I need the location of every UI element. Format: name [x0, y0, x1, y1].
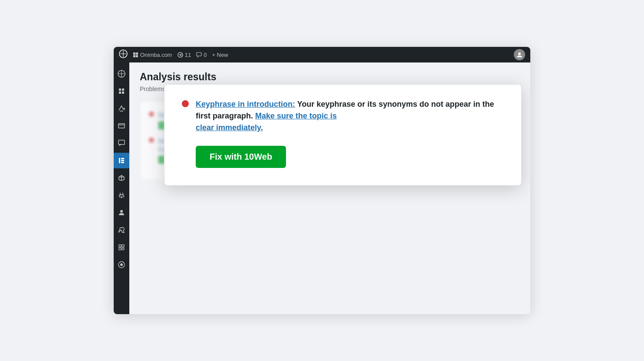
user-avatar[interactable]	[514, 49, 525, 60]
svg-point-25	[122, 248, 124, 250]
svg-rect-19	[119, 195, 124, 197]
svg-rect-6	[197, 53, 201, 56]
svg-point-7	[518, 53, 521, 55]
svg-rect-4	[136, 55, 138, 57]
svg-rect-24	[119, 248, 121, 250]
svg-rect-12	[118, 140, 125, 144]
users-icon[interactable]	[114, 205, 129, 220]
popup-fix-button[interactable]: Fix with 10Web	[196, 146, 286, 168]
new-content-link[interactable]: + New	[212, 52, 228, 58]
sidebar	[114, 62, 129, 314]
svg-rect-2	[136, 53, 138, 55]
popup-keyphrase-link[interactable]: Keyphrase in introduction:	[196, 100, 295, 108]
admin-bar: Onimba.com 11 0 + New	[114, 47, 530, 62]
svg-rect-3	[133, 55, 135, 57]
svg-rect-14	[121, 158, 124, 159]
svg-rect-23	[122, 245, 124, 247]
popup-content: Keyphrase in introduction: Your keyphras…	[196, 98, 504, 168]
wp-logo-sidebar-icon[interactable]	[114, 66, 129, 82]
browser-window: Onimba.com 11 0 + New	[114, 47, 530, 314]
settings-icon[interactable]	[114, 240, 129, 255]
svg-point-21	[120, 210, 123, 213]
updates-link[interactable]: 11	[177, 52, 191, 58]
popup-overlay: Keyphrase in introduction: Your keyphras…	[164, 84, 522, 186]
media-icon[interactable]	[114, 118, 129, 134]
popup-problem: Keyphrase in introduction: Your keyphras…	[182, 98, 504, 168]
templates-icon[interactable]	[114, 170, 129, 186]
comments-link[interactable]: 0	[196, 52, 207, 58]
comments-sidebar-icon[interactable]	[114, 135, 129, 151]
svg-rect-22	[119, 245, 121, 247]
plugins-icon[interactable]	[114, 187, 129, 203]
popup-dot	[182, 100, 189, 107]
svg-point-27	[120, 263, 123, 266]
page-title: Analysis results	[140, 71, 520, 83]
svg-rect-16	[121, 162, 124, 163]
svg-rect-1	[133, 53, 135, 55]
posts-icon[interactable]	[114, 101, 129, 116]
svg-rect-10	[118, 124, 125, 128]
tools-icon[interactable]	[114, 222, 129, 238]
bg-dot-2	[149, 138, 154, 143]
svg-rect-13	[119, 158, 120, 163]
site-name-link[interactable]: Onimba.com	[133, 52, 172, 58]
seo-icon[interactable]	[114, 257, 129, 272]
popup-text: Keyphrase in introduction: Your keyphras…	[196, 98, 504, 134]
wp-logo-icon	[119, 49, 128, 60]
dashboard-icon[interactable]	[114, 83, 129, 99]
elementor-icon[interactable]	[114, 153, 129, 168]
content-area: Analysis results Problems (4) Keyphrase …	[129, 62, 530, 314]
main-layout: Analysis results Problems (4) Keyphrase …	[114, 62, 530, 314]
svg-rect-15	[121, 160, 124, 161]
bg-dot-1	[149, 112, 154, 117]
